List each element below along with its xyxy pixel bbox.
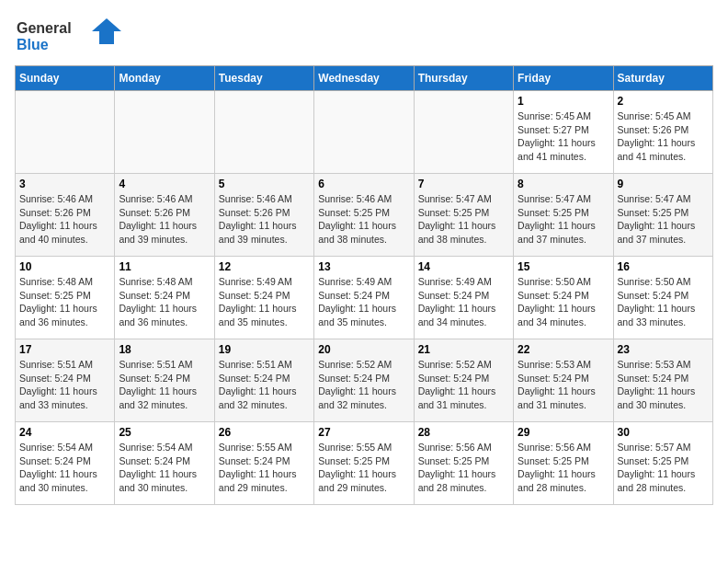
calendar-cell: 1Sunrise: 5:45 AM Sunset: 5:27 PM Daylig… (514, 91, 613, 174)
day-number: 21 (418, 343, 509, 356)
calendar-cell: 11Sunrise: 5:48 AM Sunset: 5:24 PM Dayli… (115, 257, 214, 339)
day-info: Sunrise: 5:55 AM Sunset: 5:25 PM Dayligh… (318, 441, 409, 495)
day-info: Sunrise: 5:46 AM Sunset: 5:26 PM Dayligh… (19, 192, 110, 247)
weekday-header: Sunday (16, 66, 115, 91)
svg-text:General: General (17, 20, 72, 36)
calendar-cell: 14Sunrise: 5:49 AM Sunset: 5:24 PM Dayli… (414, 257, 513, 339)
calendar-week-row: 10Sunrise: 5:48 AM Sunset: 5:25 PM Dayli… (16, 257, 713, 339)
page-header: General Blue (15, 15, 713, 56)
calendar-cell: 29Sunrise: 5:56 AM Sunset: 5:25 PM Dayli… (514, 422, 613, 505)
day-info: Sunrise: 5:55 AM Sunset: 5:24 PM Dayligh… (219, 441, 310, 495)
calendar-cell: 2Sunrise: 5:45 AM Sunset: 5:26 PM Daylig… (613, 91, 712, 174)
day-info: Sunrise: 5:54 AM Sunset: 5:24 PM Dayligh… (119, 441, 210, 495)
day-info: Sunrise: 5:52 AM Sunset: 5:24 PM Dayligh… (418, 358, 509, 412)
day-number: 10 (19, 260, 110, 273)
day-number: 7 (418, 178, 509, 190)
logo-svg: General Blue (15, 15, 125, 56)
calendar-cell: 4Sunrise: 5:46 AM Sunset: 5:26 PM Daylig… (115, 174, 214, 257)
day-info: Sunrise: 5:47 AM Sunset: 5:25 PM Dayligh… (618, 192, 709, 247)
day-info: Sunrise: 5:51 AM Sunset: 5:24 PM Dayligh… (219, 358, 310, 412)
day-info: Sunrise: 5:45 AM Sunset: 5:26 PM Dayligh… (618, 109, 709, 164)
weekday-header: Saturday (613, 66, 712, 91)
day-number: 5 (219, 178, 310, 190)
day-number: 19 (219, 343, 310, 356)
day-info: Sunrise: 5:56 AM Sunset: 5:25 PM Dayligh… (518, 441, 609, 495)
day-number: 25 (119, 426, 210, 439)
day-number: 24 (19, 426, 110, 439)
day-number: 17 (19, 343, 110, 356)
calendar-cell: 28Sunrise: 5:56 AM Sunset: 5:25 PM Dayli… (414, 422, 513, 505)
day-number: 16 (618, 260, 709, 273)
calendar-cell: 7Sunrise: 5:47 AM Sunset: 5:25 PM Daylig… (414, 174, 513, 257)
day-number: 23 (618, 343, 709, 356)
calendar-table: SundayMondayTuesdayWednesdayThursdayFrid… (15, 65, 713, 505)
day-number: 30 (618, 426, 709, 439)
day-number: 4 (119, 178, 210, 190)
calendar-cell: 5Sunrise: 5:46 AM Sunset: 5:26 PM Daylig… (214, 174, 313, 257)
calendar-cell: 27Sunrise: 5:55 AM Sunset: 5:25 PM Dayli… (314, 422, 414, 505)
svg-marker-2 (92, 18, 121, 44)
calendar-cell (16, 91, 115, 174)
day-info: Sunrise: 5:51 AM Sunset: 5:24 PM Dayligh… (19, 358, 110, 412)
calendar-cell (214, 91, 313, 174)
calendar-cell: 25Sunrise: 5:54 AM Sunset: 5:24 PM Dayli… (115, 422, 214, 505)
calendar-cell: 26Sunrise: 5:55 AM Sunset: 5:24 PM Dayli… (214, 422, 313, 505)
calendar-cell: 30Sunrise: 5:57 AM Sunset: 5:25 PM Dayli… (613, 422, 712, 505)
day-number: 11 (119, 260, 210, 273)
day-info: Sunrise: 5:49 AM Sunset: 5:24 PM Dayligh… (219, 275, 310, 329)
calendar-cell: 23Sunrise: 5:53 AM Sunset: 5:24 PM Dayli… (613, 339, 712, 422)
calendar-cell (314, 91, 414, 174)
calendar-cell: 6Sunrise: 5:46 AM Sunset: 5:25 PM Daylig… (314, 174, 414, 257)
calendar-week-row: 3Sunrise: 5:46 AM Sunset: 5:26 PM Daylig… (16, 174, 713, 257)
calendar-cell: 12Sunrise: 5:49 AM Sunset: 5:24 PM Dayli… (214, 257, 313, 339)
day-info: Sunrise: 5:52 AM Sunset: 5:24 PM Dayligh… (318, 358, 409, 412)
calendar-cell: 21Sunrise: 5:52 AM Sunset: 5:24 PM Dayli… (414, 339, 513, 422)
day-info: Sunrise: 5:53 AM Sunset: 5:24 PM Dayligh… (618, 358, 709, 412)
day-number: 15 (518, 260, 609, 273)
day-info: Sunrise: 5:46 AM Sunset: 5:26 PM Dayligh… (219, 192, 310, 247)
calendar-cell: 8Sunrise: 5:47 AM Sunset: 5:25 PM Daylig… (514, 174, 613, 257)
day-info: Sunrise: 5:48 AM Sunset: 5:25 PM Dayligh… (19, 275, 110, 329)
calendar-cell: 22Sunrise: 5:53 AM Sunset: 5:24 PM Dayli… (514, 339, 613, 422)
day-number: 12 (219, 260, 310, 273)
weekday-header-row: SundayMondayTuesdayWednesdayThursdayFrid… (16, 66, 713, 91)
day-number: 14 (418, 260, 509, 273)
day-number: 18 (119, 343, 210, 356)
logo: General Blue (15, 15, 125, 56)
day-number: 20 (318, 343, 409, 356)
weekday-header: Wednesday (314, 66, 414, 91)
day-info: Sunrise: 5:53 AM Sunset: 5:24 PM Dayligh… (518, 358, 609, 412)
weekday-header: Friday (514, 66, 613, 91)
calendar-week-row: 1Sunrise: 5:45 AM Sunset: 5:27 PM Daylig… (16, 91, 713, 174)
calendar-cell: 10Sunrise: 5:48 AM Sunset: 5:25 PM Dayli… (16, 257, 115, 339)
calendar-cell: 3Sunrise: 5:46 AM Sunset: 5:26 PM Daylig… (16, 174, 115, 257)
calendar-cell: 15Sunrise: 5:50 AM Sunset: 5:24 PM Dayli… (514, 257, 613, 339)
calendar-cell: 20Sunrise: 5:52 AM Sunset: 5:24 PM Dayli… (314, 339, 414, 422)
day-number: 1 (518, 95, 609, 108)
day-number: 9 (618, 178, 709, 190)
calendar-cell: 18Sunrise: 5:51 AM Sunset: 5:24 PM Dayli… (115, 339, 214, 422)
weekday-header: Tuesday (214, 66, 313, 91)
calendar-week-row: 24Sunrise: 5:54 AM Sunset: 5:24 PM Dayli… (16, 422, 713, 505)
svg-text:Blue: Blue (17, 37, 49, 52)
day-info: Sunrise: 5:57 AM Sunset: 5:25 PM Dayligh… (618, 441, 709, 495)
day-info: Sunrise: 5:45 AM Sunset: 5:27 PM Dayligh… (518, 109, 609, 164)
day-info: Sunrise: 5:46 AM Sunset: 5:26 PM Dayligh… (119, 192, 210, 247)
day-info: Sunrise: 5:46 AM Sunset: 5:25 PM Dayligh… (318, 192, 409, 247)
calendar-cell: 17Sunrise: 5:51 AM Sunset: 5:24 PM Dayli… (16, 339, 115, 422)
calendar-cell: 13Sunrise: 5:49 AM Sunset: 5:24 PM Dayli… (314, 257, 414, 339)
weekday-header: Thursday (414, 66, 513, 91)
day-number: 27 (318, 426, 409, 439)
day-number: 8 (518, 178, 609, 190)
day-info: Sunrise: 5:48 AM Sunset: 5:24 PM Dayligh… (119, 275, 210, 329)
day-info: Sunrise: 5:49 AM Sunset: 5:24 PM Dayligh… (318, 275, 409, 329)
calendar-cell: 24Sunrise: 5:54 AM Sunset: 5:24 PM Dayli… (16, 422, 115, 505)
calendar-cell: 19Sunrise: 5:51 AM Sunset: 5:24 PM Dayli… (214, 339, 313, 422)
day-number: 22 (518, 343, 609, 356)
calendar-cell (115, 91, 214, 174)
day-number: 29 (518, 426, 609, 439)
day-info: Sunrise: 5:47 AM Sunset: 5:25 PM Dayligh… (518, 192, 609, 247)
calendar-week-row: 17Sunrise: 5:51 AM Sunset: 5:24 PM Dayli… (16, 339, 713, 422)
day-number: 26 (219, 426, 310, 439)
day-number: 28 (418, 426, 509, 439)
